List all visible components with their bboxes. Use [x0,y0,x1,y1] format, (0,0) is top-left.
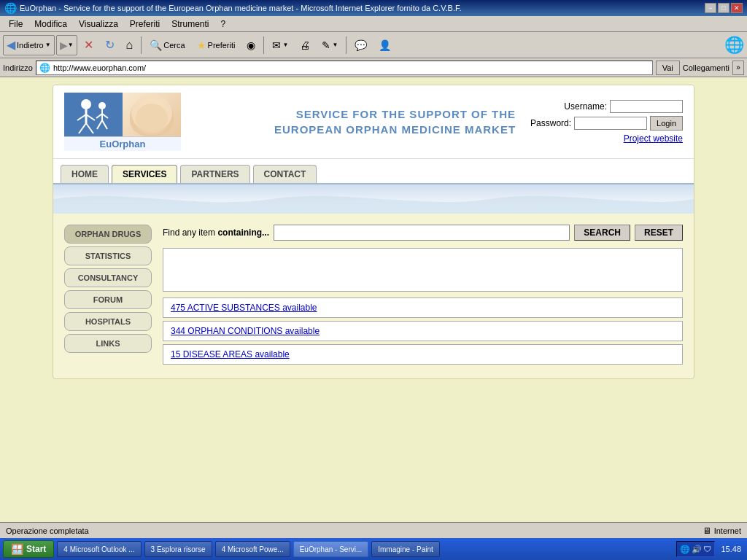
tab-partners[interactable]: PARTNERS [180,165,249,183]
page-icon: 🌐 [39,63,50,73]
header-tagline: SERVICE FOR THE SUPPORT OF THE EUROPEAN … [181,106,530,137]
search-glass-icon: 🔍 [150,39,162,51]
menu-visualizza[interactable]: Visualizza [73,18,124,31]
window-controls: − □ ✕ [705,3,743,13]
tab-contact[interactable]: CONTACT [253,165,317,183]
mail-dropdown-icon[interactable]: ▼ [282,42,288,48]
back-label: Indietro [17,41,44,50]
refresh-icon: ↻ [105,38,115,52]
logo-name: EuOrphan [64,136,181,151]
body-area: ORPHAN DRUGS STATISTICS CONSULTANCY FORU… [53,214,694,378]
ie-logo: 🌐 [724,36,744,55]
search-button[interactable]: SEARCH [574,225,630,241]
result-link-disease[interactable]: 15 DISEASE AREAS available [163,344,683,365]
status-bar: Operazione completata 🖥 Internet [0,522,747,538]
content-area: EuOrphan SERVICE FOR THE SUPPORT OF THE … [0,77,747,522]
back-dropdown-icon[interactable]: ▼ [45,42,51,48]
title-bar-left: 🌐 EuOrphan - Service for the support of … [4,2,462,14]
stop-icon: ✕ [84,38,93,52]
result-link-substances[interactable]: 475 ACTIVE SUBSTANCES available [163,298,683,318]
home-icon: ⌂ [126,39,133,52]
main-panel: EuOrphan SERVICE FOR THE SUPPORT OF THE … [53,85,694,379]
ie-logo-icon: 🌐 [4,2,17,14]
sidebar-item-links[interactable]: LINKS [64,334,152,353]
nav-tabs: HOME SERVICES PARTNERS CONTACT [53,159,694,184]
reset-button[interactable]: RESET [635,225,683,241]
search-results-box [163,248,683,292]
svg-point-1 [81,99,91,109]
favorites-label: Preferiti [208,41,236,50]
minimize-button[interactable]: − [705,3,716,13]
menu-strumenti[interactable]: Strumenti [166,18,214,31]
menu-bar: File Modifica Visualizza Preferiti Strum… [0,16,747,32]
print-button[interactable]: 🖨 [295,35,315,55]
logo-blue-box [64,93,123,136]
home-button[interactable]: ⌂ [121,35,139,55]
password-input[interactable] [574,117,647,130]
go-button[interactable]: Vai [656,61,680,75]
close-button[interactable]: ✕ [731,3,743,13]
logo-images [64,93,181,136]
print-icon: 🖨 [300,39,310,51]
separator-3 [346,36,347,54]
stop-button[interactable]: ✕ [79,35,98,55]
username-row: Username: [564,100,683,113]
toolbar: ◀ Indietro ▼ ▶ ▼ ✕ ↻ ⌂ 🔍 Cerca ★ Preferi… [0,32,747,58]
menu-help[interactable]: ? [215,18,232,31]
maximize-button[interactable]: □ [718,3,729,13]
edit-dropdown-icon[interactable]: ▼ [332,42,338,48]
login-button[interactable]: Login [650,116,683,131]
sidebar-item-orphan-drugs[interactable]: ORPHAN DRUGS [64,225,152,244]
forward-dropdown-icon[interactable]: ▼ [68,42,74,48]
tab-home[interactable]: HOME [61,165,109,183]
login-area: Username: Password: Login Project websit… [530,100,683,144]
search-toolbar-label: Cerca [163,41,185,50]
title-bar: 🌐 EuOrphan - Service for the support of … [0,0,747,16]
username-input[interactable] [610,100,683,113]
menu-preferiti[interactable]: Preferiti [124,18,166,31]
media-button[interactable]: ◉ [241,35,260,55]
internet-zone-label: Internet [714,526,741,535]
search-row: Find any item containing... SEARCH RESET [163,225,683,241]
address-input-wrapper: 🌐 [36,61,653,75]
expand-button[interactable]: » [732,61,744,75]
svg-point-7 [98,102,106,109]
sidebar-item-forum[interactable]: FORUM [64,290,152,309]
forward-icon: ▶ [60,39,68,51]
favorites-button[interactable]: ★ Preferiti [192,35,241,55]
back-button[interactable]: ◀ Indietro ▼ [3,35,55,55]
face-svg [123,93,181,136]
sidebar: ORPHAN DRUGS STATISTICS CONSULTANCY FORU… [64,225,152,368]
svg-rect-0 [64,93,123,136]
separator-2 [263,36,264,54]
project-website-link[interactable]: Project website [624,133,683,144]
star-icon: ★ [197,39,206,51]
discuss-button[interactable]: 💬 [349,35,372,55]
result-link-conditions[interactable]: 344 ORPHAN CONDITIONS available [163,321,683,341]
tab-services[interactable]: SERVICES [112,165,177,183]
address-bar: Indirizzo 🌐 Vai Collegamenti » [0,58,747,77]
wave-decoration [53,184,694,214]
tagline-line2: EUROPEAN ORPHAN MEDICINE MARKET [196,122,516,137]
messenger-button[interactable]: 👤 [374,35,396,55]
menu-file[interactable]: File [3,18,28,31]
menu-modifica[interactable]: Modifica [28,18,73,31]
logo-photo [123,93,181,136]
search-input[interactable] [274,225,570,241]
sidebar-item-consultancy[interactable]: CONSULTANCY [64,268,152,287]
status-icons: 🖥 Internet [703,526,741,536]
search-toolbar-button[interactable]: 🔍 Cerca [144,35,190,55]
search-label: Find any item containing... [163,228,269,238]
refresh-button[interactable]: ↻ [100,35,120,55]
sidebar-item-statistics[interactable]: STATISTICS [64,246,152,265]
edit-button[interactable]: ✎ ▼ [317,35,343,55]
sidebar-item-hospitals[interactable]: HOSPITALS [64,312,152,331]
address-label: Indirizzo [3,63,33,72]
messenger-icon: 👤 [379,39,391,51]
separator-1 [141,36,142,54]
mail-button[interactable]: ✉ ▼ [267,35,293,55]
links-text: Collegamenti [683,63,729,72]
forward-button[interactable]: ▶ ▼ [56,35,77,55]
media-icon: ◉ [247,39,255,51]
address-input[interactable] [53,63,649,72]
